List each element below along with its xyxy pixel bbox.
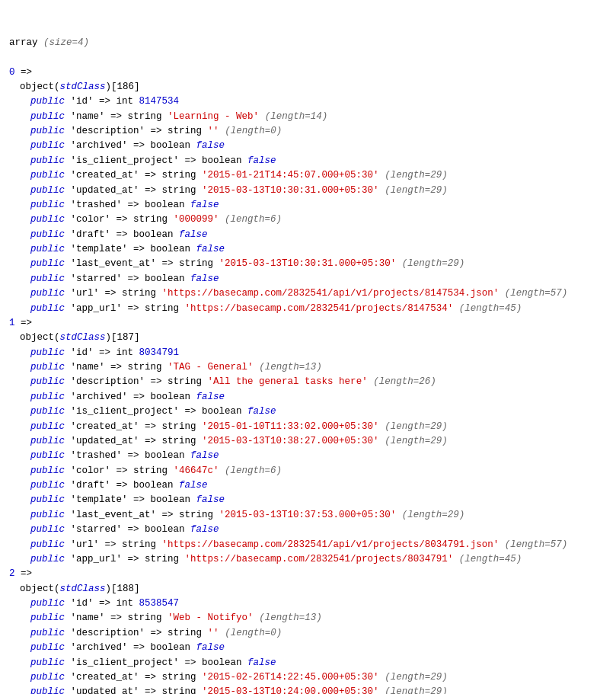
- output-container: 0 => object(stdClass)[186] public 'id' =…: [9, 66, 607, 695]
- obj-header-1: object(stdClass)[187]: [9, 331, 607, 345]
- field-url: public 'url' => string 'https://basecamp…: [9, 286, 607, 301]
- field-is_client_project: public 'is_client_project' => boolean fa…: [9, 154, 607, 168]
- field-updated_at: public 'updated_at' => string '2015-03-1…: [9, 434, 607, 449]
- field-created_at: public 'created_at' => string '2015-02-2…: [9, 670, 607, 685]
- field-name: public 'name' => string 'Learning - Web'…: [9, 110, 607, 124]
- field-app_url: public 'app_url' => string 'https://base…: [9, 552, 607, 567]
- field-description: public 'description' => string '' (lengt…: [9, 124, 607, 139]
- field-name: public 'name' => string 'TAG - General' …: [9, 360, 607, 375]
- field-updated_at: public 'updated_at' => string '2015-03-1…: [9, 685, 607, 694]
- field-app_url: public 'app_url' => string 'https://base…: [9, 302, 607, 316]
- field-template: public 'template' => boolean false: [9, 493, 607, 507]
- index-0: 0 =>: [9, 66, 607, 80]
- field-is_client_project: public 'is_client_project' => boolean fa…: [9, 656, 607, 670]
- field-archived: public 'archived' => boolean false: [9, 641, 607, 655]
- field-template: public 'template' => boolean false: [9, 242, 607, 257]
- field-draft: public 'draft' => boolean false: [9, 478, 607, 493]
- field-description: public 'description' => string '' (lengt…: [9, 626, 607, 641]
- field-archived: public 'archived' => boolean false: [9, 139, 607, 153]
- field-id: public 'id' => int 8538547: [9, 596, 607, 611]
- field-starred: public 'starred' => boolean false: [9, 272, 607, 286]
- debug-output: array (size=4): [9, 6, 607, 66]
- field-created_at: public 'created_at' => string '2015-01-1…: [9, 420, 607, 434]
- field-last_event_at: public 'last_event_at' => string '2015-0…: [9, 257, 607, 271]
- index-2: 2 =>: [9, 567, 607, 581]
- field-trashed: public 'trashed' => boolean false: [9, 449, 607, 463]
- field-draft: public 'draft' => boolean false: [9, 228, 607, 242]
- field-id: public 'id' => int 8034791: [9, 346, 607, 360]
- field-created_at: public 'created_at' => string '2015-01-2…: [9, 168, 607, 183]
- field-starred: public 'starred' => boolean false: [9, 523, 607, 537]
- field-url: public 'url' => string 'https://basecamp…: [9, 538, 607, 552]
- index-1: 1 =>: [9, 316, 607, 331]
- array-header: array (size=4): [9, 36, 607, 50]
- field-trashed: public 'trashed' => boolean false: [9, 198, 607, 213]
- field-id: public 'id' => int 8147534: [9, 94, 607, 109]
- field-updated_at: public 'updated_at' => string '2015-03-1…: [9, 184, 607, 198]
- field-archived: public 'archived' => boolean false: [9, 390, 607, 405]
- field-last_event_at: public 'last_event_at' => string '2015-0…: [9, 508, 607, 523]
- obj-header-2: object(stdClass)[188]: [9, 582, 607, 596]
- obj-header-0: object(stdClass)[186]: [9, 80, 607, 94]
- field-name: public 'name' => string 'Web - Notifyo' …: [9, 611, 607, 625]
- field-color: public 'color' => string '46647c' (lengt…: [9, 464, 607, 478]
- field-color: public 'color' => string '000099' (lengt…: [9, 213, 607, 227]
- field-is_client_project: public 'is_client_project' => boolean fa…: [9, 405, 607, 419]
- field-description: public 'description' => string 'All the …: [9, 375, 607, 389]
